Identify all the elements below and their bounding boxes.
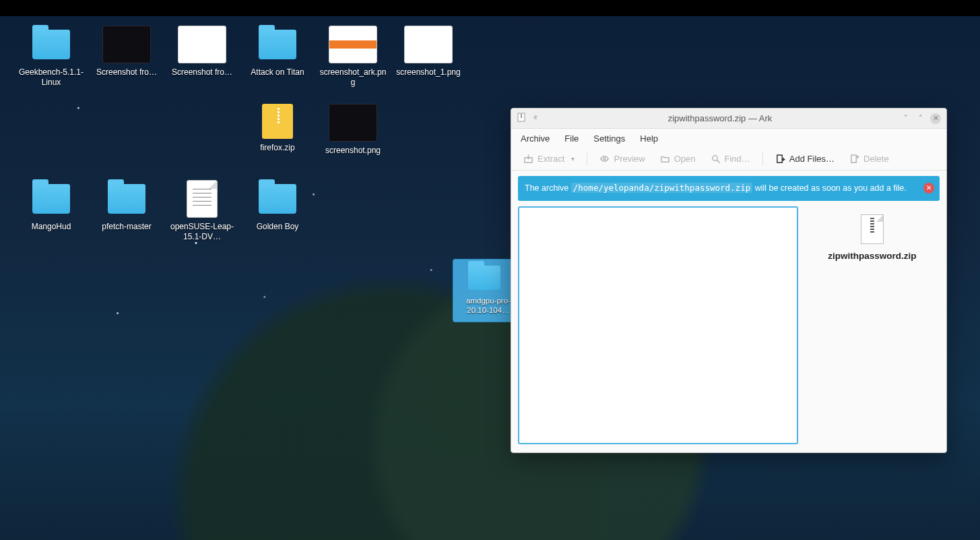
window-title: zipwithpassword.zip — Ark bbox=[540, 113, 901, 123]
zip-file-icon bbox=[861, 214, 884, 244]
desktop-icon[interactable]: Screenshot fro… bbox=[89, 23, 164, 90]
maximize-button[interactable]: ˄ bbox=[915, 113, 926, 124]
desktop-icon-label: firefox.zip bbox=[260, 143, 294, 153]
folder-icon bbox=[27, 180, 75, 218]
notice-post: will be created as soon as you add a fil… bbox=[752, 183, 907, 193]
ark-titlebar[interactable]: zipwithpassword.zip — Ark ˅ ˄ ✕ bbox=[511, 109, 946, 129]
image-thumbnail-icon bbox=[102, 26, 151, 63]
svg-rect-5 bbox=[851, 155, 857, 162]
zip-icon bbox=[262, 104, 293, 139]
separator bbox=[587, 152, 587, 166]
chevron-down-icon: ▾ bbox=[571, 155, 575, 162]
desktop-icon[interactable]: Geekbench-5.1.1-Linux bbox=[13, 23, 89, 90]
desktop-icon[interactable]: screenshot.png bbox=[315, 101, 391, 158]
menu-help[interactable]: Help bbox=[640, 133, 658, 144]
desktop-icon[interactable]: screenshot_ark.png bbox=[315, 23, 391, 90]
desktop-icon-label: Screenshot fro… bbox=[96, 67, 157, 78]
top-panel bbox=[0, 0, 980, 16]
menu-settings[interactable]: Settings bbox=[593, 133, 625, 144]
info-banner: The archive /home/yelopanda/zipwithpassw… bbox=[518, 176, 940, 201]
folder-icon bbox=[27, 26, 75, 63]
folder-icon bbox=[102, 180, 151, 218]
desktop-icon-label: Screenshot fro… bbox=[172, 67, 232, 78]
open-label: Open bbox=[674, 154, 696, 164]
svg-point-2 bbox=[603, 158, 606, 160]
desktop-icon-label: screenshot.png bbox=[325, 146, 381, 156]
image-thumbnail-icon bbox=[178, 26, 226, 63]
desktop-icon-label: MangoHud bbox=[32, 222, 71, 232]
banner-close-icon[interactable]: ✕ bbox=[923, 183, 934, 193]
find-label: Find… bbox=[725, 154, 750, 164]
desktop-icon-grid: Geekbench-5.1.1-LinuxScreenshot fro…Scre… bbox=[13, 23, 466, 245]
desktop-icon[interactable]: Golden Boy bbox=[240, 177, 315, 245]
ark-window: zipwithpassword.zip — Ark ˅ ˄ ✕ ArchiveF… bbox=[511, 108, 947, 453]
ark-menubar: ArchiveFileSettingsHelp bbox=[511, 129, 946, 148]
ark-app-icon bbox=[517, 113, 526, 125]
desktop-icon-label: Attack on Titan bbox=[251, 67, 304, 78]
desktop-icon-label: pfetch-master bbox=[102, 222, 151, 232]
add-files-label: Add Files… bbox=[789, 154, 835, 164]
preview-label: Preview bbox=[614, 154, 645, 164]
menu-file[interactable]: File bbox=[564, 133, 579, 144]
open-button[interactable]: Open bbox=[655, 151, 701, 167]
pin-icon[interactable] bbox=[531, 113, 540, 125]
desktop-icon[interactable]: screenshot_1.png bbox=[391, 23, 466, 90]
folder-icon bbox=[468, 266, 509, 293]
desktop-icon-label: Geekbench-5.1.1-Linux bbox=[16, 67, 86, 88]
minimize-button[interactable]: ˅ bbox=[901, 113, 911, 124]
ark-body: zipwithpassword.zip bbox=[511, 206, 946, 452]
delete-button[interactable]: Delete bbox=[844, 151, 894, 167]
desktop-icon[interactable]: MangoHud bbox=[13, 177, 89, 245]
desktop-icon-label: Golden Boy bbox=[257, 222, 299, 232]
desktop-icon-label: screenshot_ark.png bbox=[318, 67, 388, 88]
desktop-icon[interactable]: firefox.zip bbox=[240, 101, 315, 158]
folder-icon bbox=[253, 180, 302, 218]
desktop-icon[interactable]: Attack on Titan bbox=[240, 23, 315, 90]
image-thumbnail-icon bbox=[329, 26, 377, 63]
image-thumbnail-icon bbox=[329, 104, 377, 142]
delete-label: Delete bbox=[863, 154, 889, 164]
notice-path: /home/yelopanda/zipwithpassword.zip bbox=[571, 183, 752, 193]
archive-info-panel: zipwithpassword.zip bbox=[805, 206, 940, 444]
archive-filename: zipwithpassword.zip bbox=[828, 251, 916, 261]
preview-button[interactable]: Preview bbox=[594, 151, 650, 167]
desktop-icon[interactable]: pfetch-master bbox=[89, 177, 164, 245]
archive-content-drop-area[interactable] bbox=[518, 206, 798, 444]
extract-label: Extract bbox=[537, 154, 564, 164]
ark-toolbar: Extract ▾ Preview Open Find… Add Files… … bbox=[511, 148, 946, 171]
separator bbox=[762, 152, 763, 166]
svg-rect-4 bbox=[777, 155, 783, 162]
desktop-icon[interactable]: openSUSE-Leap-15.1-DV… bbox=[164, 177, 240, 245]
menu-archive[interactable]: Archive bbox=[521, 133, 550, 144]
find-button[interactable]: Find… bbox=[705, 151, 756, 167]
document-icon bbox=[187, 180, 218, 218]
desktop-icon-label: openSUSE-Leap-15.1-DV… bbox=[167, 222, 237, 242]
desktop-icon[interactable]: Screenshot fro… bbox=[164, 23, 240, 90]
image-thumbnail-icon bbox=[404, 26, 453, 63]
extract-button[interactable]: Extract ▾ bbox=[518, 151, 580, 167]
desktop-icon-label: screenshot_1.png bbox=[396, 67, 460, 78]
folder-icon bbox=[253, 26, 302, 63]
add-files-button[interactable]: Add Files… bbox=[770, 151, 840, 167]
notice-pre: The archive bbox=[525, 183, 571, 193]
close-button[interactable]: ✕ bbox=[930, 113, 941, 124]
